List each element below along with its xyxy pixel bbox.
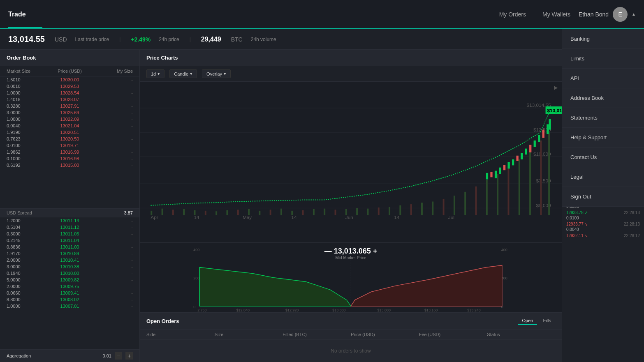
svg-rect-15 bbox=[205, 211, 206, 215]
order-size: 0.1000 bbox=[7, 156, 49, 161]
price-charts-title: Price Charts bbox=[146, 55, 178, 61]
timeframe-button[interactable]: 1d ▾ bbox=[146, 69, 164, 78]
agg-decrease-button[interactable]: − bbox=[115, 352, 122, 360]
order-size: 1.0000 bbox=[7, 304, 49, 309]
trade-size: 0.0100 bbox=[562, 216, 644, 221]
order-price: 13008.02 bbox=[49, 297, 90, 302]
dropdown-item-api[interactable]: API bbox=[562, 69, 644, 88]
buy-order-row[interactable]: 2.000013009.75- bbox=[0, 283, 139, 290]
dropdown-item-banking[interactable]: Banking bbox=[562, 29, 644, 49]
sell-order-row[interactable]: 1.000013022.09- bbox=[0, 116, 139, 122]
order-my-size: - bbox=[91, 110, 133, 115]
order-price: 13021.04 bbox=[49, 123, 90, 128]
sell-order-row[interactable]: 0.010013019.71- bbox=[0, 142, 139, 149]
sell-order-row[interactable]: 0.619213015.00- bbox=[0, 162, 139, 168]
price-currency: USD bbox=[55, 36, 67, 43]
svg-rect-50 bbox=[495, 171, 497, 178]
buy-order-row[interactable]: 1.000013007.01- bbox=[0, 303, 139, 309]
buy-order-row[interactable]: 5.000013009.82- bbox=[0, 277, 139, 283]
price-chart-svg: $13,014.55 $12,500 $10,000 $7,500 $5,000 bbox=[140, 82, 562, 242]
open-orders-panel: Open Orders Open Fills Side Size Filled … bbox=[140, 312, 562, 362]
order-price: 13020.50 bbox=[49, 136, 90, 141]
order-size: 1.4018 bbox=[7, 97, 49, 102]
svg-text:400: 400 bbox=[193, 248, 199, 252]
buy-order-row[interactable]: 1.200013011.13- bbox=[0, 217, 139, 224]
order-my-size: - bbox=[91, 104, 133, 108]
svg-rect-56 bbox=[521, 153, 523, 159]
buy-order-row[interactable]: 2.000013010.41- bbox=[0, 257, 139, 263]
svg-rect-31 bbox=[378, 208, 380, 215]
svg-rect-18 bbox=[237, 210, 239, 215]
order-my-size: - bbox=[91, 271, 133, 276]
buy-order-row[interactable]: 0.066013009.41- bbox=[0, 290, 139, 296]
order-my-size: - bbox=[91, 244, 133, 249]
depth-chart-area: — 13,013.065 + Mid Market Price 400 200 … bbox=[140, 242, 562, 312]
dropdown-item-help[interactable]: Help & Support bbox=[562, 128, 644, 148]
svg-rect-63 bbox=[549, 119, 551, 129]
sell-order-row[interactable]: 0.100013016.98- bbox=[0, 155, 139, 162]
sell-order-row[interactable]: 1.501013030.00- bbox=[0, 76, 139, 83]
svg-rect-26 bbox=[324, 209, 325, 215]
user-dropdown-menu: BankingLimitsAPIAddress BookStatementsHe… bbox=[562, 29, 644, 207]
play-icon[interactable] bbox=[553, 85, 558, 92]
sell-order-row[interactable]: 1.986213016.99- bbox=[0, 149, 139, 155]
price-chart-area: $13,014.55 $12,500 $10,000 $7,500 $5,000 bbox=[140, 82, 562, 242]
order-price: 13030.00 bbox=[49, 77, 90, 82]
sell-order-row[interactable]: 1.919013020.51- bbox=[0, 129, 139, 136]
svg-text:$12,840: $12,840 bbox=[236, 308, 250, 312]
buy-order-row[interactable]: 0.510413011.12- bbox=[0, 224, 139, 231]
trade-nav-item[interactable]: Trade bbox=[8, 11, 42, 18]
dropdown-item-contact[interactable]: Contact Us bbox=[562, 148, 644, 167]
buy-order-row[interactable]: 8.800013008.02- bbox=[0, 296, 139, 303]
stats-bar: 13,014.55 USD Last trade price | +2.49% … bbox=[0, 29, 644, 50]
sell-order-row[interactable]: 0.001013029.53- bbox=[0, 83, 139, 90]
order-price: 13011.00 bbox=[49, 244, 90, 249]
svg-text:Jul: Jul bbox=[448, 214, 454, 220]
order-size: 1.2000 bbox=[7, 218, 49, 223]
order-price: 13019.71 bbox=[49, 143, 90, 148]
dropdown-item-statements[interactable]: Statements bbox=[562, 108, 644, 128]
dropdown-item-limits[interactable]: Limits bbox=[562, 49, 644, 69]
order-my-size: - bbox=[91, 130, 133, 135]
trade-price: 12932.11 ↘ bbox=[566, 233, 603, 238]
buy-order-row[interactable]: 0.214513011.04- bbox=[0, 237, 139, 244]
col-status: Status bbox=[487, 332, 555, 337]
my-orders-nav[interactable]: My Orders bbox=[499, 11, 526, 18]
dropdown-item-address-book[interactable]: Address Book bbox=[562, 88, 644, 108]
tab-fills[interactable]: Fills bbox=[539, 317, 555, 325]
user-menu[interactable]: Ethan Bond E ▲ bbox=[570, 7, 636, 22]
spread-row: USD Spread 3.87 bbox=[0, 208, 139, 217]
dropdown-item-legal[interactable]: Legal bbox=[562, 167, 644, 187]
buy-order-row[interactable]: 0.300013011.05- bbox=[0, 231, 139, 237]
svg-text:$13,000: $13,000 bbox=[332, 308, 345, 312]
svg-rect-54 bbox=[512, 159, 514, 165]
sell-order-row[interactable]: 0.004013021.04- bbox=[0, 122, 139, 129]
svg-text:Jun: Jun bbox=[345, 214, 353, 220]
sell-order-row[interactable]: 0.328013027.91- bbox=[0, 103, 139, 109]
order-size: 0.0100 bbox=[7, 143, 49, 148]
agg-increase-button[interactable]: + bbox=[125, 352, 133, 360]
sell-order-row[interactable]: 3.000013025.69- bbox=[0, 109, 139, 116]
dropdown-item-signout[interactable]: Sign Out bbox=[562, 187, 644, 207]
svg-rect-62 bbox=[547, 124, 549, 134]
sell-order-row[interactable]: 1.000013028.54- bbox=[0, 90, 139, 96]
chart-type-button[interactable]: Candle ▾ bbox=[169, 69, 197, 78]
overlay-button[interactable]: Overlay ▾ bbox=[202, 69, 231, 78]
buy-order-row[interactable]: 0.194013010.00- bbox=[0, 270, 139, 277]
order-size: 0.0660 bbox=[7, 291, 49, 295]
order-my-size: - bbox=[91, 251, 133, 256]
sell-order-row[interactable]: 1.401813028.07- bbox=[0, 96, 139, 103]
buy-order-row[interactable]: 1.917013010.89- bbox=[0, 250, 139, 257]
aggregation-row: Aggregation 0.01 − + bbox=[0, 349, 139, 362]
sell-order-row[interactable]: 0.762313020.50- bbox=[0, 136, 139, 142]
buy-order-row[interactable]: 3.000013010.38- bbox=[0, 263, 139, 270]
my-wallets-nav[interactable]: My Wallets bbox=[542, 11, 570, 18]
order-price: 13015.00 bbox=[49, 163, 90, 168]
open-orders-tabs: Open Fills bbox=[518, 317, 555, 325]
order-price: 13010.89 bbox=[49, 251, 90, 256]
no-orders-message: No orders to show bbox=[140, 340, 562, 362]
svg-rect-24 bbox=[302, 210, 304, 215]
svg-rect-16 bbox=[215, 211, 217, 215]
buy-order-row[interactable]: 0.883613011.00- bbox=[0, 244, 139, 250]
tab-open[interactable]: Open bbox=[518, 317, 537, 325]
